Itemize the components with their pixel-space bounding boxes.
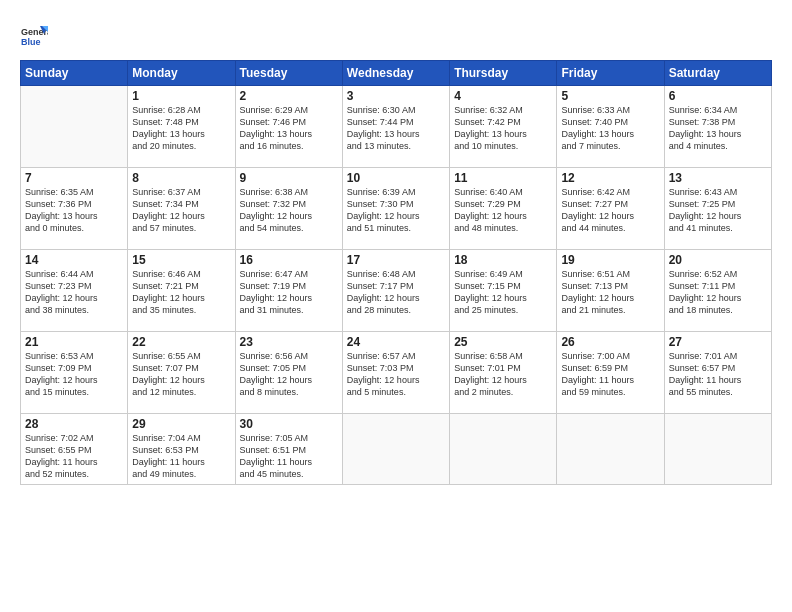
calendar-cell: 28Sunrise: 7:02 AM Sunset: 6:55 PM Dayli… — [21, 414, 128, 485]
day-info: Sunrise: 6:33 AM Sunset: 7:40 PM Dayligh… — [561, 104, 659, 153]
weekday-header: Saturday — [664, 61, 771, 86]
day-info: Sunrise: 6:43 AM Sunset: 7:25 PM Dayligh… — [669, 186, 767, 235]
calendar-cell — [342, 414, 449, 485]
weekday-header: Tuesday — [235, 61, 342, 86]
day-info: Sunrise: 6:28 AM Sunset: 7:48 PM Dayligh… — [132, 104, 230, 153]
day-number: 22 — [132, 335, 230, 349]
weekday-header: Sunday — [21, 61, 128, 86]
day-info: Sunrise: 6:51 AM Sunset: 7:13 PM Dayligh… — [561, 268, 659, 317]
day-info: Sunrise: 6:47 AM Sunset: 7:19 PM Dayligh… — [240, 268, 338, 317]
day-info: Sunrise: 7:02 AM Sunset: 6:55 PM Dayligh… — [25, 432, 123, 481]
day-number: 27 — [669, 335, 767, 349]
calendar-cell: 22Sunrise: 6:55 AM Sunset: 7:07 PM Dayli… — [128, 332, 235, 414]
day-info: Sunrise: 6:58 AM Sunset: 7:01 PM Dayligh… — [454, 350, 552, 399]
calendar-row: 7Sunrise: 6:35 AM Sunset: 7:36 PM Daylig… — [21, 168, 772, 250]
day-number: 10 — [347, 171, 445, 185]
day-number: 21 — [25, 335, 123, 349]
day-info: Sunrise: 6:48 AM Sunset: 7:17 PM Dayligh… — [347, 268, 445, 317]
calendar-cell: 26Sunrise: 7:00 AM Sunset: 6:59 PM Dayli… — [557, 332, 664, 414]
calendar-cell: 14Sunrise: 6:44 AM Sunset: 7:23 PM Dayli… — [21, 250, 128, 332]
day-number: 9 — [240, 171, 338, 185]
calendar-cell: 13Sunrise: 6:43 AM Sunset: 7:25 PM Dayli… — [664, 168, 771, 250]
day-number: 26 — [561, 335, 659, 349]
calendar-row: 21Sunrise: 6:53 AM Sunset: 7:09 PM Dayli… — [21, 332, 772, 414]
day-number: 3 — [347, 89, 445, 103]
calendar-cell: 11Sunrise: 6:40 AM Sunset: 7:29 PM Dayli… — [450, 168, 557, 250]
day-number: 29 — [132, 417, 230, 431]
calendar-cell: 5Sunrise: 6:33 AM Sunset: 7:40 PM Daylig… — [557, 86, 664, 168]
day-info: Sunrise: 6:38 AM Sunset: 7:32 PM Dayligh… — [240, 186, 338, 235]
calendar-table: SundayMondayTuesdayWednesdayThursdayFrid… — [20, 60, 772, 485]
weekday-header: Friday — [557, 61, 664, 86]
day-info: Sunrise: 6:55 AM Sunset: 7:07 PM Dayligh… — [132, 350, 230, 399]
calendar-cell: 23Sunrise: 6:56 AM Sunset: 7:05 PM Dayli… — [235, 332, 342, 414]
calendar-cell: 19Sunrise: 6:51 AM Sunset: 7:13 PM Dayli… — [557, 250, 664, 332]
day-info: Sunrise: 7:05 AM Sunset: 6:51 PM Dayligh… — [240, 432, 338, 481]
day-info: Sunrise: 6:53 AM Sunset: 7:09 PM Dayligh… — [25, 350, 123, 399]
day-info: Sunrise: 7:04 AM Sunset: 6:53 PM Dayligh… — [132, 432, 230, 481]
day-info: Sunrise: 7:01 AM Sunset: 6:57 PM Dayligh… — [669, 350, 767, 399]
day-info: Sunrise: 6:57 AM Sunset: 7:03 PM Dayligh… — [347, 350, 445, 399]
day-info: Sunrise: 6:29 AM Sunset: 7:46 PM Dayligh… — [240, 104, 338, 153]
day-info: Sunrise: 6:39 AM Sunset: 7:30 PM Dayligh… — [347, 186, 445, 235]
day-number: 6 — [669, 89, 767, 103]
logo-icon: General Blue — [20, 22, 48, 50]
calendar-cell: 6Sunrise: 6:34 AM Sunset: 7:38 PM Daylig… — [664, 86, 771, 168]
day-info: Sunrise: 6:52 AM Sunset: 7:11 PM Dayligh… — [669, 268, 767, 317]
day-info: Sunrise: 6:44 AM Sunset: 7:23 PM Dayligh… — [25, 268, 123, 317]
day-info: Sunrise: 6:42 AM Sunset: 7:27 PM Dayligh… — [561, 186, 659, 235]
calendar-cell: 3Sunrise: 6:30 AM Sunset: 7:44 PM Daylig… — [342, 86, 449, 168]
day-number: 5 — [561, 89, 659, 103]
calendar-cell: 17Sunrise: 6:48 AM Sunset: 7:17 PM Dayli… — [342, 250, 449, 332]
weekday-header: Monday — [128, 61, 235, 86]
day-number: 18 — [454, 253, 552, 267]
day-info: Sunrise: 6:30 AM Sunset: 7:44 PM Dayligh… — [347, 104, 445, 153]
calendar-cell: 7Sunrise: 6:35 AM Sunset: 7:36 PM Daylig… — [21, 168, 128, 250]
calendar-cell: 2Sunrise: 6:29 AM Sunset: 7:46 PM Daylig… — [235, 86, 342, 168]
calendar-cell: 8Sunrise: 6:37 AM Sunset: 7:34 PM Daylig… — [128, 168, 235, 250]
calendar-cell: 9Sunrise: 6:38 AM Sunset: 7:32 PM Daylig… — [235, 168, 342, 250]
weekday-header: Thursday — [450, 61, 557, 86]
calendar-cell: 4Sunrise: 6:32 AM Sunset: 7:42 PM Daylig… — [450, 86, 557, 168]
day-info: Sunrise: 6:34 AM Sunset: 7:38 PM Dayligh… — [669, 104, 767, 153]
day-number: 28 — [25, 417, 123, 431]
day-info: Sunrise: 6:46 AM Sunset: 7:21 PM Dayligh… — [132, 268, 230, 317]
day-info: Sunrise: 6:56 AM Sunset: 7:05 PM Dayligh… — [240, 350, 338, 399]
calendar-cell: 18Sunrise: 6:49 AM Sunset: 7:15 PM Dayli… — [450, 250, 557, 332]
calendar-cell — [557, 414, 664, 485]
day-info: Sunrise: 6:32 AM Sunset: 7:42 PM Dayligh… — [454, 104, 552, 153]
day-info: Sunrise: 7:00 AM Sunset: 6:59 PM Dayligh… — [561, 350, 659, 399]
day-number: 30 — [240, 417, 338, 431]
calendar-cell: 30Sunrise: 7:05 AM Sunset: 6:51 PM Dayli… — [235, 414, 342, 485]
day-number: 8 — [132, 171, 230, 185]
day-number: 11 — [454, 171, 552, 185]
calendar-cell: 21Sunrise: 6:53 AM Sunset: 7:09 PM Dayli… — [21, 332, 128, 414]
day-number: 25 — [454, 335, 552, 349]
calendar-row: 28Sunrise: 7:02 AM Sunset: 6:55 PM Dayli… — [21, 414, 772, 485]
day-number: 13 — [669, 171, 767, 185]
day-number: 15 — [132, 253, 230, 267]
calendar-cell: 16Sunrise: 6:47 AM Sunset: 7:19 PM Dayli… — [235, 250, 342, 332]
header: General Blue — [20, 18, 772, 50]
calendar-cell — [450, 414, 557, 485]
calendar-cell: 12Sunrise: 6:42 AM Sunset: 7:27 PM Dayli… — [557, 168, 664, 250]
logo: General Blue — [20, 22, 52, 50]
calendar-cell — [21, 86, 128, 168]
day-number: 19 — [561, 253, 659, 267]
calendar-cell: 24Sunrise: 6:57 AM Sunset: 7:03 PM Dayli… — [342, 332, 449, 414]
calendar-cell: 20Sunrise: 6:52 AM Sunset: 7:11 PM Dayli… — [664, 250, 771, 332]
day-info: Sunrise: 6:49 AM Sunset: 7:15 PM Dayligh… — [454, 268, 552, 317]
calendar-header-row: SundayMondayTuesdayWednesdayThursdayFrid… — [21, 61, 772, 86]
day-info: Sunrise: 6:40 AM Sunset: 7:29 PM Dayligh… — [454, 186, 552, 235]
calendar-cell: 27Sunrise: 7:01 AM Sunset: 6:57 PM Dayli… — [664, 332, 771, 414]
day-number: 14 — [25, 253, 123, 267]
day-number: 7 — [25, 171, 123, 185]
calendar-cell: 1Sunrise: 6:28 AM Sunset: 7:48 PM Daylig… — [128, 86, 235, 168]
day-number: 2 — [240, 89, 338, 103]
calendar-cell: 10Sunrise: 6:39 AM Sunset: 7:30 PM Dayli… — [342, 168, 449, 250]
day-number: 24 — [347, 335, 445, 349]
day-number: 12 — [561, 171, 659, 185]
day-number: 16 — [240, 253, 338, 267]
weekday-header: Wednesday — [342, 61, 449, 86]
day-number: 20 — [669, 253, 767, 267]
